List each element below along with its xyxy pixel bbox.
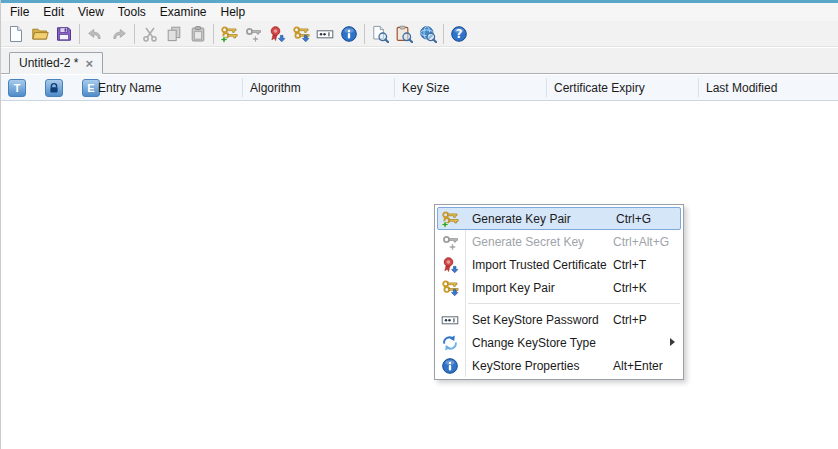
toolbar-open-keystore-button[interactable] bbox=[28, 22, 52, 46]
cut-icon bbox=[141, 25, 159, 43]
generate-secret-key-icon bbox=[244, 25, 262, 43]
menu-item-label: Change KeyStore Type bbox=[472, 336, 596, 350]
menubar-item-examine[interactable]: Examine bbox=[153, 3, 214, 21]
toolbar-paste-button bbox=[186, 22, 210, 46]
menu-item-label: Generate Key Pair bbox=[472, 212, 571, 226]
examine-ssl-icon bbox=[419, 25, 437, 43]
header-column-algorithm[interactable]: Algorithm bbox=[250, 75, 301, 101]
generate-key-pair-icon bbox=[441, 210, 459, 228]
menubar-item-tools[interactable]: Tools bbox=[111, 3, 153, 21]
change-keystore-type-icon bbox=[441, 334, 459, 352]
paste-icon bbox=[189, 25, 207, 43]
svg-text:?: ? bbox=[456, 27, 463, 41]
examine-clipboard-icon bbox=[395, 25, 413, 43]
menubar-item-view[interactable]: View bbox=[71, 3, 111, 21]
menu-item-shortcut: Ctrl+Alt+G bbox=[613, 235, 669, 249]
menubar-item-edit[interactable]: Edit bbox=[36, 3, 71, 21]
toolbar-separator bbox=[443, 24, 444, 44]
redo-icon bbox=[110, 25, 128, 43]
toolbar-generate-secret-key-button[interactable] bbox=[241, 22, 265, 46]
menubar: FileEditViewToolsExamineHelp bbox=[1, 3, 838, 21]
set-keystore-password-icon bbox=[441, 311, 459, 329]
menubar-item-file[interactable]: File bbox=[3, 3, 36, 21]
tab-untitled-2[interactable]: Untitled-2 * × bbox=[9, 52, 103, 74]
table-header: TEEntry NameAlgorithmKey SizeCertificate… bbox=[1, 75, 838, 101]
keystore-explorer-window: FileEditViewToolsExamineHelp ? Untitled-… bbox=[0, 0, 838, 449]
toolbar-keystore-properties-button[interactable] bbox=[337, 22, 361, 46]
header-column-key-size[interactable]: Key Size bbox=[402, 75, 449, 101]
toolbar-new-keystore-button[interactable] bbox=[4, 22, 28, 46]
menu-item-generate-key-pair[interactable]: Generate Key PairCtrl+G bbox=[437, 207, 681, 230]
menu-item-set-keystore-password[interactable]: Set KeyStore PasswordCtrl+P bbox=[435, 308, 683, 331]
menu-item-shortcut: Ctrl+K bbox=[613, 281, 647, 295]
keystore-content-area[interactable]: TEEntry NameAlgorithmKey SizeCertificate… bbox=[1, 75, 838, 449]
menu-item-label: Set KeyStore Password bbox=[472, 313, 599, 327]
header-lock-status-column-icon[interactable] bbox=[45, 79, 63, 97]
menu-item-shortcut: Alt+Enter bbox=[613, 359, 663, 373]
import-key-pair-icon bbox=[292, 25, 310, 43]
menu-item-import-key-pair[interactable]: Import Key PairCtrl+K bbox=[435, 276, 683, 299]
help-icon: ? bbox=[450, 25, 468, 43]
header-icon-glyph: E bbox=[87, 82, 94, 94]
menu-item-label: Import Trusted Certificate bbox=[472, 258, 607, 272]
header-column-separator bbox=[242, 78, 243, 97]
menu-item-label: Import Key Pair bbox=[472, 281, 555, 295]
header-column-separator bbox=[546, 78, 547, 97]
toolbar-examine-clipboard-button[interactable] bbox=[392, 22, 416, 46]
generate-secret-key-icon bbox=[441, 233, 459, 251]
keystore-properties-icon bbox=[441, 357, 459, 375]
menubar-item-help[interactable]: Help bbox=[214, 3, 253, 21]
toolbar-import-trusted-certificate-button[interactable] bbox=[265, 22, 289, 46]
menu-item-change-keystore-type[interactable]: Change KeyStore Type bbox=[435, 331, 683, 354]
toolbar-generate-key-pair-button[interactable] bbox=[217, 22, 241, 46]
toolbar: ? bbox=[1, 21, 838, 47]
header-icon-glyph: T bbox=[14, 82, 21, 94]
context-menu-separator bbox=[435, 299, 683, 308]
import-trusted-certificate-icon bbox=[441, 256, 459, 274]
tab-label: Untitled-2 * bbox=[19, 56, 78, 70]
header-column-certificate-expiry[interactable]: Certificate Expiry bbox=[554, 75, 645, 101]
header-column-entry-name[interactable]: Entry Name bbox=[98, 75, 161, 101]
new-document-icon bbox=[7, 25, 25, 43]
toolbar-save-keystore-button[interactable] bbox=[52, 22, 76, 46]
menu-item-shortcut: Ctrl+T bbox=[613, 258, 646, 272]
toolbar-cut-button bbox=[138, 22, 162, 46]
toolbar-examine-ssl-button[interactable] bbox=[416, 22, 440, 46]
menu-item-label: Generate Secret Key bbox=[472, 235, 584, 249]
menu-item-import-trusted-certificate[interactable]: Import Trusted CertificateCtrl+T bbox=[435, 253, 683, 276]
toolbar-redo-button bbox=[107, 22, 131, 46]
examine-file-icon bbox=[371, 25, 389, 43]
header-column-separator bbox=[394, 78, 395, 97]
menu-item-keystore-properties[interactable]: KeyStore PropertiesAlt+Enter bbox=[435, 354, 683, 377]
toolbar-separator bbox=[79, 24, 80, 44]
undo-icon bbox=[86, 25, 104, 43]
toolbar-help-button[interactable]: ? bbox=[447, 22, 471, 46]
import-trusted-certificate-icon bbox=[268, 25, 286, 43]
toolbar-set-keystore-password-button[interactable] bbox=[313, 22, 337, 46]
submenu-arrow-icon bbox=[670, 338, 675, 346]
toolbar-separator bbox=[134, 24, 135, 44]
open-folder-icon bbox=[31, 25, 49, 43]
toolbar-separator bbox=[364, 24, 365, 44]
copy-icon bbox=[165, 25, 183, 43]
table-body[interactable] bbox=[1, 101, 838, 449]
menu-item-generate-secret-key: Generate Secret KeyCtrl+Alt+G bbox=[435, 230, 683, 253]
tab-bar: Untitled-2 * × bbox=[1, 48, 838, 74]
header-column-separator bbox=[698, 78, 699, 97]
set-keystore-password-icon bbox=[316, 25, 334, 43]
toolbar-examine-file-button[interactable] bbox=[368, 22, 392, 46]
toolbar-undo-button bbox=[83, 22, 107, 46]
context-menu: Generate Key PairCtrl+GGenerate Secret K… bbox=[434, 204, 684, 380]
close-icon[interactable]: × bbox=[85, 57, 93, 70]
keystore-properties-icon bbox=[340, 25, 358, 43]
menu-item-shortcut: Ctrl+P bbox=[613, 313, 647, 327]
menu-item-label: KeyStore Properties bbox=[472, 359, 579, 373]
header-column-last-modified[interactable]: Last Modified bbox=[706, 75, 777, 101]
menu-item-shortcut: Ctrl+G bbox=[616, 212, 651, 226]
toolbar-separator bbox=[213, 24, 214, 44]
toolbar-copy-button bbox=[162, 22, 186, 46]
generate-key-pair-icon bbox=[220, 25, 238, 43]
header-type-column-icon[interactable]: T bbox=[8, 79, 26, 97]
save-icon bbox=[55, 25, 73, 43]
toolbar-import-key-pair-button[interactable] bbox=[289, 22, 313, 46]
